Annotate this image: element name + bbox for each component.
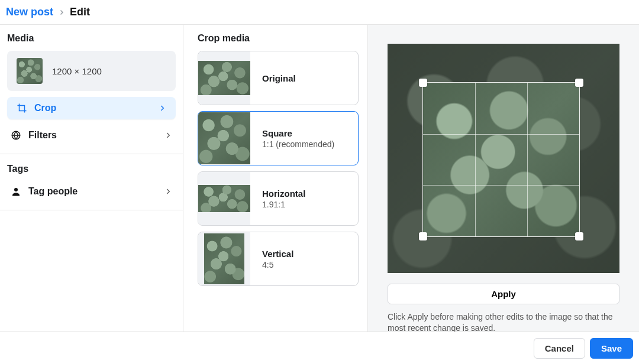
grid-line xyxy=(423,185,579,186)
person-icon xyxy=(11,186,21,197)
sidebar-item-label: Filters xyxy=(28,130,57,141)
crop-option-name: Square xyxy=(262,128,334,138)
crop-option-original[interactable]: Original xyxy=(198,51,359,105)
grid-line xyxy=(423,134,579,135)
svg-point-1 xyxy=(14,188,18,191)
media-item[interactable]: 1200 × 1200 xyxy=(7,51,176,91)
breadcrumb-current: Edit xyxy=(70,6,90,18)
apply-hint: Click Apply before making other edits to… xyxy=(388,311,619,334)
media-title: Media xyxy=(0,25,183,47)
sidebar-item-tag-people[interactable]: Tag people xyxy=(0,180,183,203)
crop-option-square[interactable]: Square 1:1 (recommended) xyxy=(198,111,359,165)
crop-box[interactable] xyxy=(423,83,579,236)
sidebar-item-label: Tag people xyxy=(28,186,78,197)
resize-handle-top-right[interactable] xyxy=(575,79,583,87)
crop-thumbnail xyxy=(198,112,250,164)
crop-option-sub: 4:5 xyxy=(262,260,293,269)
breadcrumb: New post Edit xyxy=(0,0,639,25)
left-panel: Media 1200 × 1200 Crop Filters xyxy=(0,25,183,334)
resize-handle-top-left[interactable] xyxy=(419,79,427,87)
media-thumbnail xyxy=(17,58,43,84)
sidebar-item-filters[interactable]: Filters xyxy=(0,124,183,147)
crop-option-name: Horizontal xyxy=(262,188,305,199)
crop-box-image xyxy=(423,83,579,236)
footer: Cancel Save xyxy=(0,332,639,364)
grid-line xyxy=(527,83,528,236)
crop-thumbnail xyxy=(204,233,244,284)
crop-icon xyxy=(17,103,27,113)
chevron-right-icon xyxy=(164,187,172,196)
crop-thumbnail xyxy=(198,185,250,212)
crop-option-sub: 1.91:1 xyxy=(262,200,305,209)
cancel-button[interactable]: Cancel xyxy=(534,338,585,359)
crop-options-panel: Crop media Original Square 1:1 (recommen… xyxy=(183,25,368,334)
divider xyxy=(0,210,183,210)
crop-option-horizontal[interactable]: Horizontal 1.91:1 xyxy=(198,171,359,226)
resize-handle-bottom-left[interactable] xyxy=(419,232,427,240)
resize-handle-bottom-right[interactable] xyxy=(575,232,583,240)
crop-media-title: Crop media xyxy=(183,25,367,47)
crop-option-name: Vertical xyxy=(262,249,293,259)
chevron-right-icon xyxy=(164,131,172,139)
chevron-right-icon xyxy=(158,104,166,112)
sidebar-item-label: Crop xyxy=(34,103,56,113)
breadcrumb-parent[interactable]: New post xyxy=(6,6,53,18)
divider xyxy=(0,154,183,154)
crop-option-name: Original xyxy=(262,73,296,83)
crop-thumbnail xyxy=(198,61,250,95)
crop-preview[interactable] xyxy=(388,44,619,273)
preview-panel: Apply Click Apply before making other ed… xyxy=(368,25,639,334)
grid-line xyxy=(475,83,476,236)
save-button[interactable]: Save xyxy=(590,338,633,359)
aperture-icon xyxy=(11,130,21,141)
sidebar-item-crop[interactable]: Crop xyxy=(7,97,176,119)
apply-button[interactable]: Apply xyxy=(388,284,619,304)
media-dimensions: 1200 × 1200 xyxy=(52,66,102,76)
crop-option-sub: 1:1 (recommended) xyxy=(262,139,334,149)
chevron-right-icon xyxy=(58,9,65,16)
tags-title: Tags xyxy=(0,155,183,178)
crop-option-vertical[interactable]: Vertical 4:5 xyxy=(198,232,359,286)
